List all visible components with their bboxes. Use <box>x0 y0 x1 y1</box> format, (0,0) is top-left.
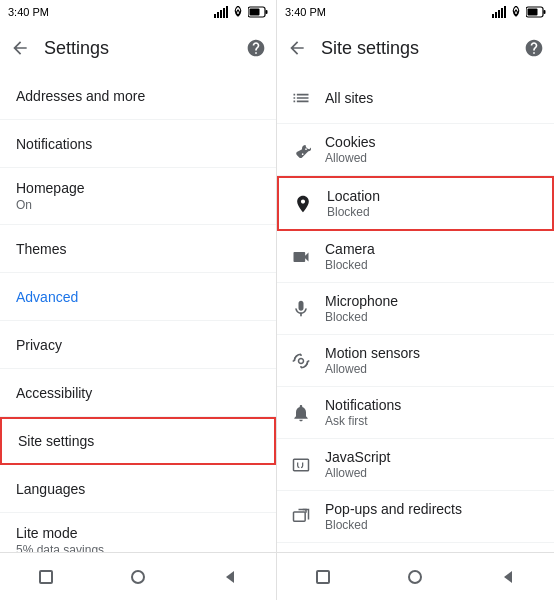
site-item-notifications[interactable]: Notifications Ask first <box>277 387 554 439</box>
location-icon <box>291 192 315 216</box>
svg-rect-8 <box>40 571 52 583</box>
svg-point-22 <box>299 358 304 363</box>
signal-icon <box>214 6 228 18</box>
right-status-bar: 3:40 PM <box>277 0 554 24</box>
right-back-button[interactable] <box>285 36 309 60</box>
svg-rect-11 <box>492 14 494 18</box>
site-settings-list: All sites Cookies Allowed <box>277 72 554 552</box>
left-status-bar: 3:40 PM <box>0 0 276 24</box>
svg-point-9 <box>132 571 144 583</box>
site-item-javascript[interactable]: JavaScript Allowed <box>277 439 554 491</box>
left-nav-square[interactable] <box>26 557 66 597</box>
svg-rect-14 <box>501 8 503 18</box>
motion-icon <box>289 349 313 373</box>
site-item-camera[interactable]: Camera Blocked <box>277 231 554 283</box>
svg-rect-23 <box>294 459 309 471</box>
right-nav-square[interactable] <box>303 557 343 597</box>
settings-item-themes[interactable]: Themes <box>0 225 276 273</box>
left-panel: 3:40 PM <box>0 0 277 600</box>
site-item-ads[interactable]: Ads Blocked on some sites <box>277 543 554 552</box>
svg-point-21 <box>305 148 307 150</box>
svg-point-20 <box>302 153 304 155</box>
left-time: 3:40 PM <box>8 6 49 18</box>
svg-rect-3 <box>223 8 225 18</box>
svg-marker-10 <box>226 571 234 583</box>
svg-rect-18 <box>528 9 538 16</box>
settings-item-homepage[interactable]: Homepage On <box>0 168 276 225</box>
site-item-microphone[interactable]: Microphone Blocked <box>277 283 554 335</box>
site-item-popups[interactable]: Pop-ups and redirects Blocked <box>277 491 554 543</box>
svg-rect-12 <box>495 12 497 18</box>
all-sites-text: All sites <box>325 90 373 106</box>
svg-rect-0 <box>214 14 216 18</box>
cookies-text: Cookies Allowed <box>325 134 376 165</box>
svg-rect-6 <box>266 10 268 14</box>
svg-rect-4 <box>226 6 228 18</box>
settings-item-lite-mode[interactable]: Lite mode 5% data savings <box>0 513 276 552</box>
left-status-icons <box>214 6 268 18</box>
right-signal-icon <box>492 6 506 18</box>
camera-text: Camera Blocked <box>325 241 375 272</box>
left-nav-circle[interactable] <box>118 557 158 597</box>
site-item-location[interactable]: Location Blocked <box>277 176 554 231</box>
motion-text: Motion sensors Allowed <box>325 345 420 376</box>
left-back-button[interactable] <box>8 36 32 60</box>
settings-item-advanced[interactable]: Advanced <box>0 273 276 321</box>
svg-rect-13 <box>498 10 500 18</box>
list-icon <box>289 86 313 110</box>
right-header: Site settings <box>277 24 554 72</box>
right-nav-back[interactable] <box>488 557 528 597</box>
left-help-button[interactable] <box>244 36 268 60</box>
left-header: Settings <box>0 24 276 72</box>
microphone-text: Microphone Blocked <box>325 293 398 324</box>
right-time: 3:40 PM <box>285 6 326 18</box>
settings-list: Addresses and more Notifications Homepag… <box>0 72 276 552</box>
settings-item-privacy[interactable]: Privacy <box>0 321 276 369</box>
popup-icon <box>289 505 313 529</box>
javascript-text: JavaScript Allowed <box>325 449 390 480</box>
right-status-icons <box>492 6 546 18</box>
right-wifi-icon <box>509 6 523 18</box>
wifi-icon <box>231 6 245 18</box>
settings-item-accessibility[interactable]: Accessibility <box>0 369 276 417</box>
svg-rect-24 <box>294 512 306 521</box>
settings-item-notifications[interactable]: Notifications <box>0 120 276 168</box>
svg-rect-26 <box>317 571 329 583</box>
microphone-icon <box>289 297 313 321</box>
svg-rect-15 <box>504 6 506 18</box>
svg-point-27 <box>409 571 421 583</box>
settings-item-languages[interactable]: Languages <box>0 465 276 513</box>
svg-rect-2 <box>220 10 222 18</box>
left-header-title: Settings <box>44 38 232 59</box>
cookie-icon <box>289 138 313 162</box>
svg-rect-7 <box>250 9 260 16</box>
location-text: Location Blocked <box>327 188 380 219</box>
bell-icon <box>289 401 313 425</box>
right-help-button[interactable] <box>522 36 546 60</box>
settings-item-site-settings[interactable]: Site settings <box>0 417 276 465</box>
site-item-motion-sensors[interactable]: Motion sensors Allowed <box>277 335 554 387</box>
svg-point-19 <box>298 146 300 148</box>
site-item-cookies[interactable]: Cookies Allowed <box>277 124 554 176</box>
right-header-title: Site settings <box>321 38 510 59</box>
svg-marker-28 <box>504 571 512 583</box>
javascript-icon <box>289 453 313 477</box>
site-item-all-sites[interactable]: All sites <box>277 72 554 124</box>
left-nav-bar <box>0 552 276 600</box>
right-nav-bar <box>277 552 554 600</box>
left-nav-back[interactable] <box>210 557 250 597</box>
right-panel: 3:40 PM <box>277 0 554 600</box>
camera-icon <box>289 245 313 269</box>
notifications-text: Notifications Ask first <box>325 397 401 428</box>
right-nav-circle[interactable] <box>395 557 435 597</box>
svg-rect-17 <box>544 10 546 14</box>
battery-icon <box>248 6 268 18</box>
right-battery-icon <box>526 6 546 18</box>
popups-text: Pop-ups and redirects Blocked <box>325 501 462 532</box>
svg-rect-1 <box>217 12 219 18</box>
settings-item-addresses[interactable]: Addresses and more <box>0 72 276 120</box>
